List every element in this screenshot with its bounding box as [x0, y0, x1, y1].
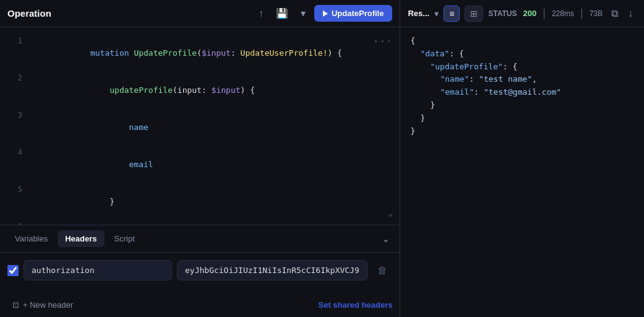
response-size: 73B [590, 9, 603, 18]
left-panel: Operation ↑ 💾 ▾ UpdateProfile [0, 0, 400, 317]
code-line-2: 2 updateProfile(input: $input) { [5, 72, 395, 109]
grid-view-icon: ⊞ [470, 9, 478, 19]
save-chevron-button[interactable]: ▾ [297, 5, 309, 22]
list-view-button[interactable]: ≡ [444, 6, 460, 22]
tabs-left: Variables Headers Script [7, 230, 142, 247]
code-line-4: 4 email [5, 146, 395, 183]
footer-row: ⊡ + New header Set shared headers [0, 293, 400, 317]
response-title-chevron[interactable]: ▾ [434, 9, 439, 19]
status-code: 200 [523, 9, 537, 18]
status-label: STATUS [488, 9, 517, 18]
line-num-6: 6 [5, 220, 22, 225]
header-row-1: 🗑 [7, 260, 392, 280]
list-view-icon: ≡ [449, 9, 454, 19]
new-header-label: + New header [23, 300, 73, 310]
operation-header: Operation ↑ 💾 ▾ UpdateProfile [0, 0, 400, 27]
tab-variables[interactable]: Variables [7, 230, 55, 247]
more-options-icon[interactable]: ··· [372, 35, 393, 48]
response-time: 228ms [552, 9, 574, 18]
line-num-4: 4 [5, 146, 22, 158]
response-body: { "data": { "updateProfile": { "name": "… [400, 27, 644, 317]
response-header: Res... ▾ ≡ ⊞ STATUS 200 | 228ms | 73B ⧉ [400, 0, 644, 27]
tabs-row: Variables Headers Script ⌄ [0, 225, 400, 253]
chevron-down-icon: ▾ [301, 7, 306, 19]
share-button[interactable]: ↑ [255, 6, 267, 22]
line-num-1: 1 [5, 35, 22, 47]
bottom-section: Variables Headers Script ⌄ 🗑 [0, 225, 400, 317]
save-button[interactable]: 💾 [272, 5, 292, 22]
save-icon: 💾 [276, 7, 288, 19]
header-actions: ↑ 💾 ▾ UpdateProfile [255, 5, 393, 22]
set-shared-headers-label: Set shared headers [319, 300, 393, 310]
code-line-3: 3 name [5, 109, 395, 146]
chevron-down-icon: ⌄ [382, 233, 390, 244]
code-line-6: 6 } [5, 220, 395, 225]
line-num-3: 3 [5, 109, 22, 121]
response-actions: ⧉ ↓ [608, 6, 637, 22]
copy-response-button[interactable]: ⧉ [608, 6, 622, 22]
app-container: Operation ↑ 💾 ▾ UpdateProfile [0, 0, 644, 317]
keyboard-shortcut-icon: ⌨ [389, 212, 393, 220]
code-lines: 1 mutation UpdateProfile($input: UpdateU… [5, 35, 395, 225]
download-response-button[interactable]: ↓ [624, 6, 637, 22]
code-line-5: 5 } [5, 183, 395, 220]
run-button-label: UpdateProfile [332, 9, 384, 18]
status-area: STATUS 200 | 228ms | 73B [488, 7, 603, 20]
chevron-down-icon: ▾ [434, 9, 439, 19]
line-num-2: 2 [5, 72, 22, 84]
new-file-icon: ⊡ [12, 300, 19, 310]
delete-icon: 🗑 [377, 265, 387, 276]
run-button[interactable]: UpdateProfile [314, 5, 393, 22]
header-key-input[interactable] [24, 260, 172, 280]
line-code-5: } [32, 183, 114, 220]
response-title: Res... [408, 9, 429, 18]
play-icon [323, 11, 328, 17]
line-code-4: email [32, 146, 153, 183]
separator-1: | [543, 7, 546, 20]
separator-2: | [580, 7, 583, 20]
line-code-2: updateProfile(input: $input) { [32, 72, 255, 109]
line-code-6: } [32, 220, 95, 225]
line-num-5: 5 [5, 183, 22, 196]
right-panel: Res... ▾ ≡ ⊞ STATUS 200 | 228ms | 73B ⧉ [400, 0, 644, 317]
code-line-1: 1 mutation UpdateProfile($input: UpdateU… [5, 35, 395, 72]
grid-view-button[interactable]: ⊞ [465, 6, 483, 22]
header-enabled-checkbox[interactable] [7, 265, 19, 276]
tab-script[interactable]: Script [107, 230, 142, 247]
set-shared-headers-button[interactable]: Set shared headers [319, 300, 393, 310]
collapse-button[interactable]: ⌄ [379, 230, 392, 247]
header-value-input[interactable] [177, 260, 367, 280]
operation-title: Operation [7, 8, 51, 19]
code-editor[interactable]: 1 mutation UpdateProfile($input: UpdateU… [0, 27, 400, 225]
line-code-3: name [32, 109, 148, 146]
share-icon: ↑ [259, 8, 264, 19]
delete-header-button[interactable]: 🗑 [372, 261, 392, 280]
download-icon: ↓ [628, 8, 633, 19]
new-header-button[interactable]: ⊡ + New header [7, 298, 78, 312]
headers-content: 🗑 [0, 253, 400, 293]
tab-headers[interactable]: Headers [58, 230, 104, 247]
copy-icon: ⧉ [611, 8, 618, 19]
line-code-1: mutation UpdateProfile($input: UpdateUse… [32, 35, 342, 72]
